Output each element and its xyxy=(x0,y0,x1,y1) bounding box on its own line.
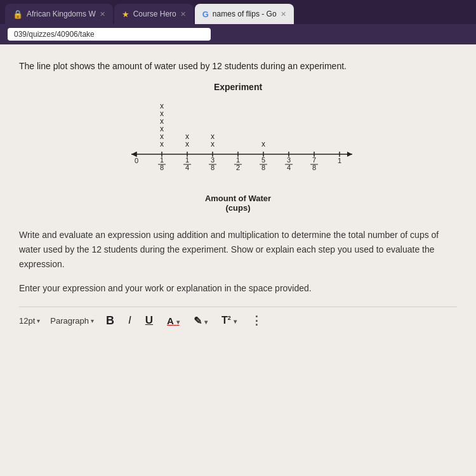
svg-text:x: x xyxy=(160,140,164,149)
bold-button[interactable]: B xyxy=(104,314,116,327)
svg-text:7: 7 xyxy=(312,156,316,164)
svg-text:0: 0 xyxy=(135,157,138,164)
chart-container: Experiment x x x x x x x x x x xyxy=(19,82,457,213)
svg-text:1: 1 xyxy=(185,156,189,164)
svg-text:5: 5 xyxy=(261,156,265,164)
svg-text:3: 3 xyxy=(211,156,215,164)
svg-text:8: 8 xyxy=(160,164,164,171)
superscript-button[interactable]: T2 ▾ xyxy=(220,315,239,326)
tab-label-1: African Kingdoms W xyxy=(27,10,96,18)
tab-names-of-flips[interactable]: G names of flips - Go ✕ xyxy=(195,4,294,24)
enter-prompt: Enter your expression and your work or e… xyxy=(19,282,457,295)
tab-icon-2: ★ xyxy=(122,10,129,19)
svg-text:x: x xyxy=(185,140,189,149)
tab-label-3: names of flips - Go xyxy=(213,10,277,18)
svg-text:x: x xyxy=(261,140,265,149)
page-content: The line plot shows the amount of water … xyxy=(0,44,476,476)
svg-text:8: 8 xyxy=(312,164,316,171)
tabs-row: 🔒 African Kingdoms W ✕ ★ Course Hero ✕ G… xyxy=(0,0,476,24)
tab-close-1[interactable]: ✕ xyxy=(100,10,105,18)
line-plot-svg: x x x x x x x x x x x xyxy=(105,97,371,173)
address-bar[interactable]: 039/quizzes/40906/take xyxy=(8,28,211,41)
editor-toolbar: 12pt ▾ Paragraph ▾ B I U A ▾ ✎ ▾ T2 ▾ ⋮ xyxy=(19,307,457,327)
instruction-text: Write and evaluate an expression using a… xyxy=(19,228,457,272)
svg-text:8: 8 xyxy=(211,164,215,171)
tab-label-2: Course Hero xyxy=(133,10,176,18)
font-color-button[interactable]: A ▾ xyxy=(165,315,181,326)
font-size-label: 12pt xyxy=(19,316,35,326)
more-options-button[interactable]: ⋮ xyxy=(249,314,264,327)
svg-text:1: 1 xyxy=(338,157,341,164)
font-size-select[interactable]: 12pt ▾ xyxy=(19,316,40,326)
pen-button[interactable]: ✎ ▾ xyxy=(192,315,209,327)
tab-icon-3: G xyxy=(202,10,209,19)
paragraph-select[interactable]: Paragraph ▾ xyxy=(50,316,94,326)
svg-text:8: 8 xyxy=(261,164,265,171)
svg-marker-13 xyxy=(347,152,352,157)
tab-african-kingdoms[interactable]: 🔒 African Kingdoms W ✕ xyxy=(5,4,113,24)
italic-button[interactable]: I xyxy=(126,314,133,327)
question-intro: The line plot shows the amount of water … xyxy=(19,60,457,73)
font-size-chevron: ▾ xyxy=(37,317,40,324)
browser-chrome: 🔒 African Kingdoms W ✕ ★ Course Hero ✕ G… xyxy=(0,0,476,44)
paragraph-chevron: ▾ xyxy=(91,317,94,324)
svg-text:1: 1 xyxy=(160,156,164,164)
pen-chevron: ▾ xyxy=(204,319,208,326)
svg-text:4: 4 xyxy=(185,164,189,171)
tab-close-3[interactable]: ✕ xyxy=(281,10,286,18)
font-color-chevron: ▾ xyxy=(176,319,180,326)
paragraph-label: Paragraph xyxy=(50,316,89,326)
x-axis-label: Amount of Water(cups) xyxy=(19,194,457,213)
tab-close-2[interactable]: ✕ xyxy=(180,10,186,18)
svg-text:2: 2 xyxy=(236,164,240,171)
address-row: 039/quizzes/40906/take xyxy=(0,24,476,44)
svg-text:3: 3 xyxy=(287,156,291,164)
tab-icon-1: 🔒 xyxy=(13,10,23,19)
superscript-chevron: ▾ xyxy=(234,318,237,325)
svg-text:x: x xyxy=(211,140,215,149)
underline-button[interactable]: U xyxy=(143,314,155,327)
svg-text:4: 4 xyxy=(287,164,291,171)
tab-course-hero[interactable]: ★ Course Hero ✕ xyxy=(114,4,194,24)
chart-title: Experiment xyxy=(19,82,457,92)
svg-text:1: 1 xyxy=(236,156,240,164)
svg-marker-12 xyxy=(131,152,136,157)
